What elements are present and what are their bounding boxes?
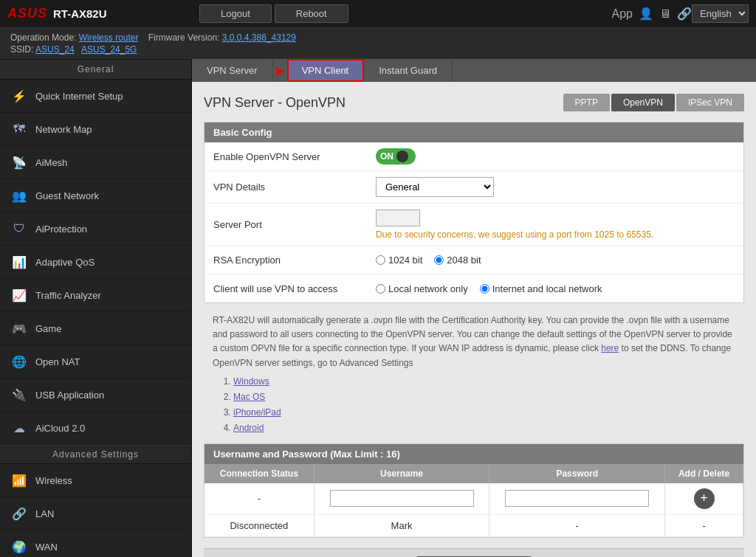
tab-row: VPN Server ➤ VPN Client Instant Guard bbox=[192, 59, 756, 82]
ssid-label: SSID: bbox=[10, 44, 33, 55]
sidebar-item-traffic-analyzer[interactable]: 📈 Traffic Analyzer bbox=[0, 279, 191, 312]
sidebar-label-network-map: Network Map bbox=[35, 124, 92, 135]
vpn-type-ipsec[interactable]: IPSec VPN bbox=[676, 94, 744, 111]
aiprotection-icon: 🛡 bbox=[10, 220, 28, 238]
row1-password-input[interactable] bbox=[505, 490, 649, 507]
ssid-row: SSID: ASUS_24 ASUS_24_5G bbox=[10, 44, 746, 55]
col-password: Password bbox=[489, 464, 665, 483]
rsa-label: RSA Encryption bbox=[213, 255, 376, 266]
table-row: - + bbox=[205, 483, 743, 515]
enable-openvpn-value: ON bbox=[376, 148, 735, 165]
enable-openvpn-toggle[interactable]: ON bbox=[376, 148, 416, 165]
sidebar-item-usb-application[interactable]: 🔌 USB Application bbox=[0, 378, 191, 412]
vpn-type-buttons: PPTP OpenVPN IPSec VPN bbox=[563, 94, 744, 111]
ssid-5g[interactable]: ASUS_24_5G bbox=[81, 44, 137, 55]
ssid-24[interactable]: ASUS_24 bbox=[35, 44, 75, 55]
client-vpn-access-row: Client will use VPN to access Local netw… bbox=[205, 274, 743, 302]
server-port-input[interactable] bbox=[376, 210, 420, 226]
vpn-type-openvpn[interactable]: OpenVPN bbox=[611, 94, 675, 111]
adaptive-qos-icon: 📊 bbox=[10, 253, 28, 271]
page-title: VPN Server - OpenVPN bbox=[204, 95, 346, 111]
sidebar-label-wan: WAN bbox=[35, 542, 58, 553]
client-internet-local[interactable]: Internet and local network bbox=[480, 283, 602, 294]
wireless-icon: 📶 bbox=[10, 471, 28, 489]
apply-bar: Apply bbox=[204, 548, 744, 558]
rsa-2048-radio[interactable] bbox=[434, 255, 444, 265]
tab-vpn-client[interactable]: VPN Client bbox=[287, 59, 365, 82]
share-icon[interactable]: 🔗 bbox=[677, 7, 692, 21]
sidebar-label-guest-network: Guest Network bbox=[35, 190, 99, 201]
client-internet-radio[interactable] bbox=[480, 284, 489, 294]
enable-openvpn-label: Enable OpenVPN Server bbox=[213, 151, 376, 162]
vpn-details-value: General Advanced bbox=[376, 177, 735, 197]
sidebar-item-network-map[interactable]: 🗺 Network Map bbox=[0, 113, 191, 146]
client-internet-label: Internet and local network bbox=[492, 283, 602, 294]
row1-status: - bbox=[205, 483, 314, 515]
rsa-1024-option[interactable]: 1024 bit bbox=[376, 255, 422, 266]
ipad-link[interactable]: iPhone/iPad bbox=[233, 407, 281, 418]
lan-icon: 🔗 bbox=[10, 505, 28, 522]
row2-status: Disconnected bbox=[205, 514, 314, 536]
row2-password: - bbox=[489, 514, 665, 536]
sidebar-item-quick-internet-setup[interactable]: ⚡ Quick Internet Setup bbox=[0, 80, 191, 113]
sidebar-label-wireless: Wireless bbox=[35, 475, 72, 486]
op-mode-label: Operation Mode: bbox=[10, 32, 76, 43]
windows-link[interactable]: Windows bbox=[233, 376, 269, 387]
rsa-2048-option[interactable]: 2048 bit bbox=[434, 255, 481, 266]
page-title-row: VPN Server - OpenVPN PPTP OpenVPN IPSec … bbox=[204, 94, 744, 111]
add-user-button[interactable]: + bbox=[694, 488, 715, 509]
sidebar-item-lan[interactable]: 🔗 LAN bbox=[0, 497, 191, 530]
client-vpn-radio-group: Local network only Internet and local ne… bbox=[376, 283, 735, 294]
reboot-button[interactable]: Reboot bbox=[275, 4, 348, 23]
vpn-details-label: VPN Details bbox=[213, 181, 376, 193]
info-bar: Operation Mode: Wireless router Firmware… bbox=[0, 28, 756, 59]
row1-username-input[interactable] bbox=[330, 490, 474, 507]
guest-network-icon: 👥 bbox=[10, 187, 28, 204]
sidebar-item-guest-network[interactable]: 👥 Guest Network bbox=[0, 179, 191, 212]
sidebar-item-open-nat[interactable]: 🌐 Open NAT bbox=[0, 345, 191, 378]
main-layout: General ⚡ Quick Internet Setup 🗺 Network… bbox=[0, 59, 756, 557]
page-content: VPN Server - OpenVPN PPTP OpenVPN IPSec … bbox=[192, 82, 756, 557]
col-add-delete: Add / Delete bbox=[665, 464, 743, 483]
user-icon[interactable]: 👤 bbox=[639, 7, 653, 21]
client-vpn-value: Local network only Internet and local ne… bbox=[376, 283, 735, 294]
macos-link[interactable]: Mac OS bbox=[233, 392, 265, 402]
app-label: App bbox=[612, 7, 633, 21]
sidebar-item-wireless[interactable]: 📶 Wireless bbox=[0, 464, 191, 497]
traffic-analyzer-icon: 📈 bbox=[10, 286, 28, 304]
sidebar-item-game[interactable]: 🎮 Game bbox=[0, 312, 191, 345]
user-table-section: Username and Password (Max Limit : 16) C… bbox=[204, 443, 744, 538]
monitor-icon[interactable]: 🖥 bbox=[659, 7, 671, 21]
language-select[interactable]: English 中文 bbox=[692, 4, 749, 23]
fw-label: Firmware Version: bbox=[148, 32, 220, 43]
vpn-type-pptp[interactable]: PPTP bbox=[563, 94, 610, 111]
sidebar-item-aicloud[interactable]: ☁ AiCloud 2.0 bbox=[0, 412, 191, 445]
sidebar-label-usb: USB Application bbox=[35, 390, 104, 401]
server-port-row: Server Port Due to security concerns, we… bbox=[205, 204, 743, 246]
sidebar-item-aimesh[interactable]: 📡 AiMesh bbox=[0, 146, 191, 179]
col-username: Username bbox=[314, 464, 489, 483]
sidebar-item-wan[interactable]: 🌍 WAN bbox=[0, 530, 191, 557]
fw-value[interactable]: 3.0.0.4.386_43129 bbox=[222, 32, 296, 43]
here-link[interactable]: here bbox=[601, 343, 619, 353]
client-local-only[interactable]: Local network only bbox=[376, 283, 468, 294]
android-link[interactable]: Android bbox=[233, 423, 264, 433]
logo-area: ASUS RT-AX82U bbox=[7, 6, 199, 21]
rsa-encryption-row: RSA Encryption 1024 bit 2048 bit bbox=[205, 246, 743, 274]
rsa-radio-group: 1024 bit 2048 bit bbox=[376, 255, 735, 266]
client-local-radio[interactable] bbox=[376, 284, 385, 294]
rsa-1024-radio[interactable] bbox=[376, 255, 385, 265]
game-icon: 🎮 bbox=[10, 319, 28, 337]
sidebar-item-adaptive-qos[interactable]: 📊 Adaptive QoS bbox=[0, 246, 191, 279]
sidebar-item-aiprotection[interactable]: 🛡 AiProtection bbox=[0, 212, 191, 246]
vpn-details-select[interactable]: General Advanced bbox=[376, 177, 494, 197]
logout-button[interactable]: Logout bbox=[199, 4, 272, 23]
info-text: RT-AX82U will automatically generate a .… bbox=[213, 314, 735, 436]
toggle-circle bbox=[396, 151, 408, 162]
row2-username: Mark bbox=[314, 514, 489, 536]
tab-vpn-server[interactable]: VPN Server bbox=[192, 59, 273, 82]
rsa-1024-label: 1024 bit bbox=[388, 255, 422, 266]
basic-config-section: Basic Config Enable OpenVPN Server ON VP… bbox=[204, 122, 744, 303]
op-mode-value[interactable]: Wireless router bbox=[79, 32, 139, 43]
tab-instant-guard[interactable]: Instant Guard bbox=[364, 59, 453, 82]
